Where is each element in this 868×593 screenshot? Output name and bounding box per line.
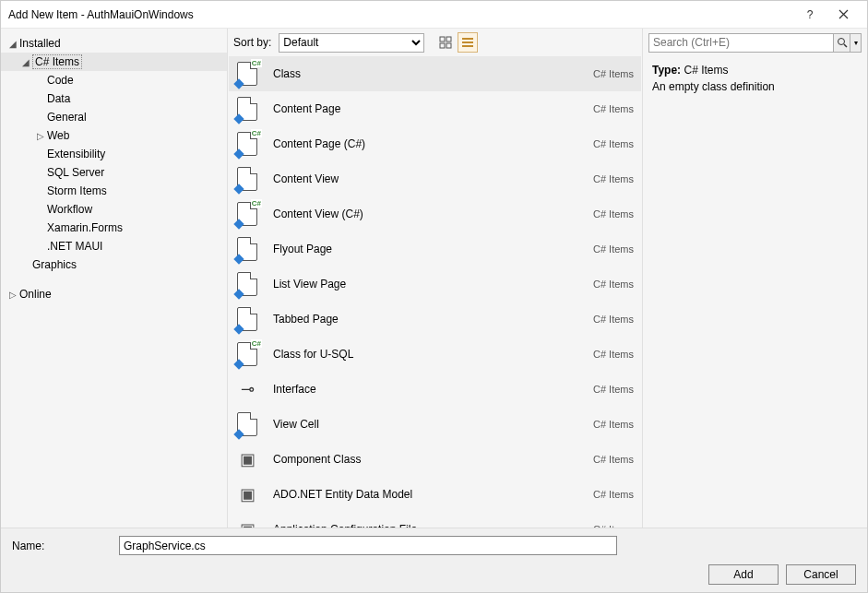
footer: Name: Add Cancel xyxy=(1,528,867,592)
template-item[interactable]: ⊸InterfaceC# Items xyxy=(229,372,641,407)
search-dropdown[interactable]: ▾ xyxy=(850,34,861,52)
tree-maui[interactable]: .NET MAUI xyxy=(1,237,227,255)
template-item[interactable]: Tabbed PageC# Items xyxy=(229,302,641,337)
template-icon xyxy=(232,304,262,334)
template-icon xyxy=(232,94,262,124)
description-panel: Type: C# Items An empty class definition xyxy=(643,56,867,528)
template-panel: Sort by: Default ClassC# ItemsContent Pa… xyxy=(227,29,643,528)
info-panel: ▾ Type: C# Items An empty class definiti… xyxy=(643,29,867,528)
help-button[interactable]: ? xyxy=(793,2,826,28)
svg-rect-0 xyxy=(440,37,445,42)
tree-web[interactable]: ▷Web xyxy=(1,126,227,145)
tree-extensibility[interactable]: Extensibility xyxy=(1,145,227,163)
tree-csharp-items[interactable]: ◢ C# Items xyxy=(1,53,227,71)
template-icon xyxy=(232,59,262,89)
template-icon: ▣ xyxy=(232,480,262,509)
view-grid-button[interactable] xyxy=(435,32,456,53)
template-name: ADO.NET Entity Data Model xyxy=(273,488,593,501)
search-button[interactable] xyxy=(833,34,850,52)
svg-rect-2 xyxy=(440,43,445,48)
window-title: Add New Item - AuthMauiOnWindows xyxy=(8,8,194,21)
main-area: ◢ Installed ◢ C# Items Code Data General… xyxy=(1,29,867,528)
titlebar: Add New Item - AuthMauiOnWindows ? xyxy=(1,1,867,29)
template-name: Class for U-SQL xyxy=(273,348,593,361)
svg-line-8 xyxy=(844,44,847,47)
template-item[interactable]: ▣ADO.NET Entity Data ModelC# Items xyxy=(229,477,641,512)
template-name: Flyout Page xyxy=(273,243,593,255)
tree-graphics[interactable]: Graphics xyxy=(1,255,227,274)
template-name: Content View (C#) xyxy=(273,208,593,220)
expand-icon: ◢ xyxy=(6,39,19,49)
expand-icon: ▷ xyxy=(6,290,19,300)
template-name: Tabbed Page xyxy=(273,313,593,326)
category-tree[interactable]: ◢ Installed ◢ C# Items Code Data General… xyxy=(1,29,227,528)
tree-xamarin[interactable]: Xamarin.Forms xyxy=(1,219,227,237)
template-item[interactable]: Content PageC# Items xyxy=(229,91,641,126)
tree-code[interactable]: Code xyxy=(1,71,227,89)
template-item[interactable]: List View PageC# Items xyxy=(229,267,641,302)
template-item[interactable]: ClassC# Items xyxy=(229,56,641,91)
tree-sqlserver[interactable]: SQL Server xyxy=(1,163,227,182)
template-item[interactable]: ▣Application Configuration FileC# Items xyxy=(229,512,641,528)
template-item[interactable]: View CellC# Items xyxy=(229,407,641,442)
template-item[interactable]: Content Page (C#)C# Items xyxy=(229,126,641,161)
sort-select[interactable]: Default xyxy=(279,33,424,53)
add-button[interactable]: Add xyxy=(708,564,779,585)
tree-data[interactable]: Data xyxy=(1,89,227,108)
template-category: C# Items xyxy=(593,384,634,395)
template-item[interactable]: Flyout PageC# Items xyxy=(229,231,641,267)
template-icon xyxy=(232,129,262,159)
list-icon xyxy=(461,36,474,49)
view-list-button[interactable] xyxy=(458,32,478,53)
template-category: C# Items xyxy=(593,138,634,149)
template-icon: ▣ xyxy=(232,445,262,474)
svg-rect-1 xyxy=(446,37,451,42)
template-list[interactable]: ClassC# ItemsContent PageC# ItemsContent… xyxy=(228,56,642,528)
description-text: An empty class definition xyxy=(652,80,858,93)
toolbar: Sort by: Default xyxy=(228,29,642,56)
template-icon xyxy=(232,269,262,299)
type-value: C# Items xyxy=(684,64,728,77)
template-name: Content Page xyxy=(273,102,593,115)
template-name: List View Page xyxy=(273,278,593,291)
tree-online[interactable]: ▷ Online xyxy=(1,285,227,303)
template-category: C# Items xyxy=(593,208,634,219)
template-item[interactable]: Class for U-SQLC# Items xyxy=(229,337,641,372)
template-category: C# Items xyxy=(593,349,634,360)
cancel-button[interactable]: Cancel xyxy=(786,564,856,585)
close-icon xyxy=(838,9,849,19)
tree-storm[interactable]: Storm Items xyxy=(1,182,227,200)
expand-icon: ◢ xyxy=(19,57,32,67)
template-icon xyxy=(232,339,262,369)
template-category: C# Items xyxy=(593,419,634,430)
close-button[interactable] xyxy=(826,2,860,28)
template-category: C# Items xyxy=(593,68,634,79)
template-category: C# Items xyxy=(593,314,634,325)
tree-installed[interactable]: ◢ Installed xyxy=(1,34,227,53)
template-name: Class xyxy=(273,67,593,80)
search-box[interactable]: ▾ xyxy=(648,33,862,53)
template-category: C# Items xyxy=(593,103,634,114)
template-name: Component Class xyxy=(273,453,593,466)
template-item[interactable]: Content View (C#)C# Items xyxy=(229,196,641,231)
svg-point-7 xyxy=(838,39,844,45)
search-input[interactable] xyxy=(649,34,833,52)
template-category: C# Items xyxy=(593,454,634,465)
expand-icon: ▷ xyxy=(34,131,47,141)
template-icon: ⊸ xyxy=(232,374,262,404)
type-label: Type: xyxy=(652,64,681,77)
template-category: C# Items xyxy=(593,279,634,290)
template-name: View Cell xyxy=(273,418,593,431)
template-category: C# Items xyxy=(593,489,634,500)
template-icon: ▣ xyxy=(232,515,262,528)
tree-workflow[interactable]: Workflow xyxy=(1,200,227,219)
filename-input[interactable] xyxy=(119,536,617,555)
template-category: C# Items xyxy=(593,243,634,255)
template-item[interactable]: ▣Component ClassC# Items xyxy=(229,442,641,477)
template-name: Content View xyxy=(273,172,593,185)
template-item[interactable]: Content ViewC# Items xyxy=(229,161,641,196)
template-name: Content Page (C#) xyxy=(273,137,593,150)
tree-general[interactable]: General xyxy=(1,108,227,126)
template-icon xyxy=(232,199,262,229)
sort-label: Sort by: xyxy=(233,36,271,49)
